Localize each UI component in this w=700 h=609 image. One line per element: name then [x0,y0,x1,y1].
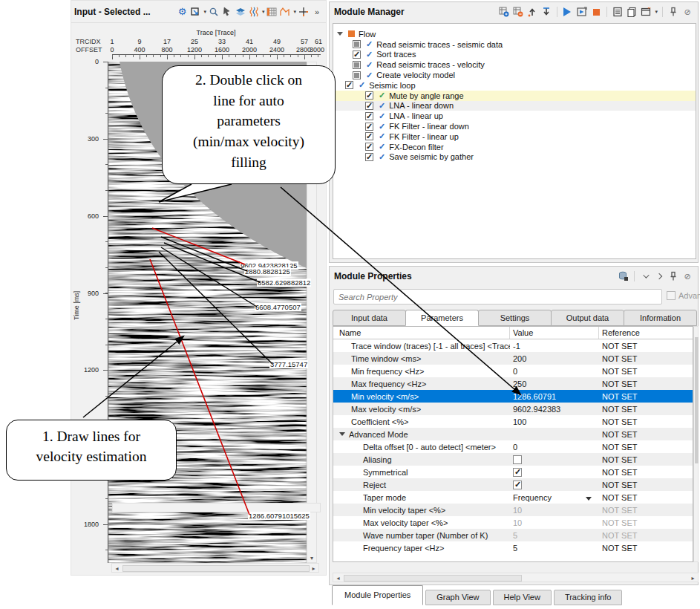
table-row[interactable]: Trace window (traces) [-1 - all traces] … [333,339,693,352]
enable-checkbox[interactable] [365,153,373,161]
tree-item[interactable]: LNA - linear up [333,111,696,121]
enable-checkbox[interactable] [353,40,361,48]
expand-icon[interactable] [653,270,665,282]
table-hscrollbar[interactable]: ◂ ▸ [333,573,699,582]
table-row[interactable]: Coefficient <%> 100 NOT SET [333,415,693,428]
stop-icon[interactable] [590,6,602,18]
tree-item[interactable]: FX-Decon filter [333,142,696,152]
tree-item-seismic-loop[interactable]: Seismic loop [333,80,696,91]
seismic-hscrollbar-track[interactable]: ◂ ▸ [111,563,319,573]
table-row[interactable]: Symmetrical NOT SET [333,466,693,478]
enable-checkbox[interactable] [365,143,373,151]
tree-item[interactable]: Read seismic traces - seismic data [333,39,696,50]
scroll-left-icon[interactable]: ◂ [113,564,121,572]
close-panel-icon[interactable]: ⊘ [681,270,693,282]
vscroll-thumb[interactable] [695,337,699,463]
tab-help-view[interactable]: Help View [493,590,552,605]
table-row-disabled[interactable]: Min velocity taper <%> 10 NOT SET [333,504,693,516]
table-row[interactable]: Frequency taper <Hz> 5 NOT SET [333,541,693,554]
tab-input-data[interactable]: Input data [333,310,406,326]
value-checkbox[interactable] [513,468,522,477]
enable-checkbox[interactable] [345,81,353,89]
collapse-icon[interactable] [639,270,651,282]
remove-module-icon[interactable] [512,6,524,18]
value-checkbox[interactable] [513,455,522,464]
table-row[interactable]: Max frequency <Hz> 250 NOT SET [333,377,693,390]
tree-item[interactable]: Sort traces [333,50,696,60]
pin-icon[interactable] [667,6,679,18]
enable-checkbox[interactable] [365,91,373,100]
enable-checkbox[interactable] [365,132,373,140]
tab-graph-view[interactable]: Graph View [425,590,490,605]
hscroll-thumb[interactable] [122,565,310,572]
tab-information[interactable]: Information [624,310,697,326]
magnifier-icon[interactable] [208,6,220,18]
table-row[interactable]: Aliasing NOT SET [333,453,693,466]
settings-gear-icon[interactable]: ⚙ [176,6,188,18]
table-row-selected[interactable]: Min velocity <m/s> 1286.60791 NOT SET [333,390,693,403]
log-view-icon[interactable] [612,6,624,18]
pick-tool-icon[interactable] [221,6,233,18]
chevron-down-icon[interactable]: ▾ [262,9,265,15]
enable-checkbox[interactable] [353,71,361,79]
enable-checkbox[interactable] [365,123,373,131]
hscroll-thumb[interactable] [344,575,522,582]
value-checkbox[interactable] [513,481,522,489]
tree-item[interactable]: FK Filter - linear down [333,121,696,131]
table-row[interactable]: Reject NOT SET [333,478,693,491]
zoom-extents-icon[interactable] [189,6,201,18]
table-row[interactable]: Delta offset [0 - auto detect] <meter> 0… [333,440,693,453]
tab-output-data[interactable]: Output data [551,310,624,326]
tree-item[interactable]: LNA - linear down [333,101,696,111]
tree-item[interactable]: FK Filter - linear up [333,131,696,142]
tab-settings[interactable]: Settings [478,310,552,326]
add-module-icon[interactable] [498,6,510,18]
chevron-down-icon[interactable]: ▾ [203,9,206,15]
tree-item[interactable]: Create velocity model [333,70,696,80]
tab-module-properties[interactable]: Module Properties [332,585,423,605]
enable-checkbox[interactable] [365,102,373,110]
import-flow-icon[interactable] [526,6,538,18]
expander-icon[interactable] [339,432,345,439]
tree-item-flow[interactable]: Flow [333,29,696,39]
pin-icon[interactable] [667,270,679,282]
tree-item[interactable]: Save seismic by gather [333,152,696,163]
close-panel-icon[interactable]: ⊘ [681,6,693,18]
copy-icon[interactable] [626,6,638,18]
tab-parameters[interactable]: Parameters [405,310,479,326]
expander-icon[interactable] [336,30,344,38]
chevron-down-icon[interactable]: ▾ [293,9,296,15]
table-row[interactable]: Max velocity <m/s> 9602.942383 NOT SET [333,403,693,415]
table-row[interactable]: Min frequency <Hz> 0 NOT SET [333,365,693,377]
crosshair-icon[interactable] [298,6,310,18]
toolbar-overflow-icon[interactable]: » [311,6,323,18]
scroll-right-icon[interactable]: ▸ [689,574,697,582]
scroll-down-icon[interactable]: ▾ [307,553,316,562]
database-icon[interactable] [618,270,629,282]
tree-item[interactable]: Read seismic traces - velocity [333,59,696,70]
advanced-checkbox[interactable] [667,291,676,300]
table-row-group[interactable]: Advanced Mode NOT SET [333,428,693,440]
enable-checkbox[interactable] [353,61,361,69]
wiggle-display-icon[interactable] [248,6,260,18]
chevron-down-icon[interactable]: ▾ [655,9,658,15]
table-vscrollbar[interactable] [693,326,699,562]
histogram-icon[interactable] [279,6,291,18]
enable-checkbox[interactable] [365,112,373,120]
table-row-disabled[interactable]: Wave number taper (Number of K) 5 NOT SE… [333,529,693,541]
tree-item-selected[interactable]: Mute by angle range [333,91,696,101]
enable-checkbox[interactable] [353,51,361,59]
dropdown-arrow-icon[interactable] [586,497,592,504]
layers-icon[interactable] [235,6,246,18]
new-window-icon[interactable] [640,6,652,18]
table-row[interactable]: Taper mode Frequency NOT SET [333,491,693,504]
run-flow-icon[interactable] [562,6,574,18]
grid-display-icon[interactable] [266,6,278,18]
export-flow-icon[interactable] [540,6,552,18]
tab-tracking-info[interactable]: Tracking info [554,590,623,605]
run-current-module-icon[interactable] [576,6,588,18]
scroll-left-icon[interactable]: ◂ [334,574,342,582]
table-row-disabled[interactable]: Max velocity taper <%> 10 NOT SET [333,516,693,529]
search-input[interactable] [333,289,662,304]
scroll-right-icon[interactable]: ▸ [310,564,318,572]
